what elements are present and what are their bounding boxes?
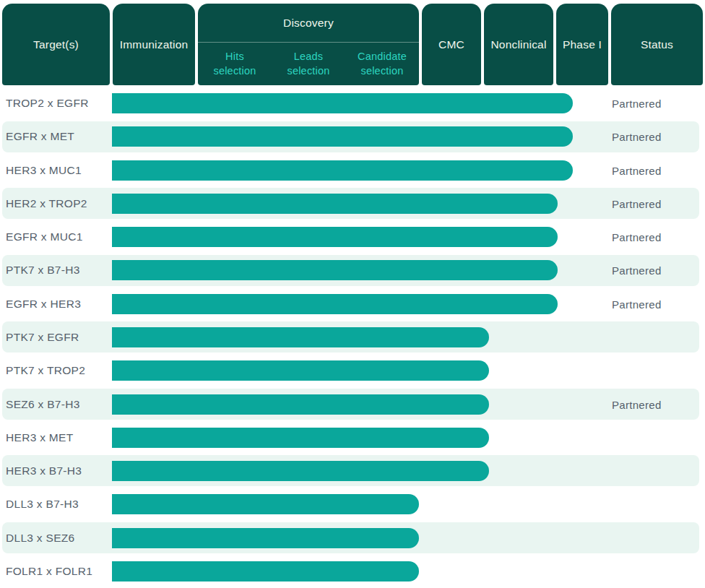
pipeline-row: PTK7 x EGFR xyxy=(0,321,705,354)
progress-bar xyxy=(112,561,419,581)
pipeline-row: DLL3 x B7-H3 xyxy=(0,488,705,521)
status-label: Partnered xyxy=(612,197,662,209)
column-header-status-label: Status xyxy=(641,38,673,51)
column-header-discovery: Discovery Hits selection Leads selection… xyxy=(198,4,419,85)
pipeline-row: EGFR x HER3 Partnered xyxy=(0,287,705,321)
progress-bar xyxy=(112,327,489,347)
target-label: HER3 x MUC1 xyxy=(6,164,82,177)
column-header-leads-selection: Leads selection xyxy=(272,50,345,78)
progress-bar xyxy=(112,494,419,514)
column-header-cmc: CMC xyxy=(422,4,481,85)
target-label: PTK7 x TROP2 xyxy=(6,364,85,377)
progress-bar xyxy=(112,461,489,481)
table-body: TROP2 x EGFR Partnered EGFR x MET Partne… xyxy=(0,87,705,588)
target-label: EGFR x MUC1 xyxy=(6,230,83,243)
progress-bar xyxy=(112,360,489,381)
target-label: SEZ6 x B7-H3 xyxy=(6,398,80,411)
target-label: PTK7 x EGFR xyxy=(6,331,79,344)
column-header-immunization: Immunization xyxy=(113,4,195,85)
pipeline-row: SEZ6 x B7-H3 Partnered xyxy=(0,387,705,420)
status-label: Partnered xyxy=(612,131,662,143)
pipeline-chart: Target(s) Immunization Discovery Hits se… xyxy=(0,4,705,588)
progress-bar xyxy=(112,528,419,548)
pipeline-row: HER3 x MET xyxy=(0,421,705,454)
target-label: EGFR x MET xyxy=(6,130,74,143)
target-label: DLL3 x B7-H3 xyxy=(6,498,79,511)
target-label: FOLR1 x FOLR1 xyxy=(6,565,92,578)
pipeline-row: HER2 x TROP2 Partnered xyxy=(0,187,705,220)
column-header-candidate-selection: Candidate selection xyxy=(345,50,419,78)
pipeline-row: PTK7 x TROP2 xyxy=(0,354,705,387)
column-header-phase1-label: Phase I xyxy=(563,38,602,51)
column-header-targets: Target(s) xyxy=(2,4,110,85)
progress-bar xyxy=(112,93,573,113)
column-header-phase1: Phase I xyxy=(556,4,608,85)
pipeline-row: TROP2 x EGFR Partnered xyxy=(0,87,705,120)
discovery-subcolumns: Hits selection Leads selection Candidate… xyxy=(198,43,419,85)
status-label: Partnered xyxy=(612,298,662,310)
progress-bar xyxy=(112,428,489,448)
target-label: DLL3 x SEZ6 xyxy=(6,532,74,545)
pipeline-row: EGFR x MUC1 Partnered xyxy=(0,220,705,254)
column-header-nonclinical-label: Nonclinical xyxy=(490,38,546,51)
column-header-immunization-label: Immunization xyxy=(120,38,189,51)
progress-bar xyxy=(112,160,573,181)
pipeline-row: HER3 x MUC1 Partnered xyxy=(0,154,705,187)
status-label: Partnered xyxy=(612,264,662,277)
target-label: HER3 x MET xyxy=(6,431,73,444)
target-label: HER2 x TROP2 xyxy=(6,197,87,210)
status-label: Partnered xyxy=(612,98,662,110)
column-header-status: Status xyxy=(611,4,703,85)
progress-bar xyxy=(112,126,573,147)
pipeline-row: EGFR x MET Partnered xyxy=(0,120,705,153)
target-label: PTK7 x B7-H3 xyxy=(6,264,80,277)
progress-bar xyxy=(112,194,558,214)
progress-bar xyxy=(112,227,558,247)
status-label: Partnered xyxy=(612,164,662,176)
status-label: Partnered xyxy=(612,231,662,243)
pipeline-row: FOLR1 x FOLR1 xyxy=(0,555,705,588)
column-header-nonclinical: Nonclinical xyxy=(484,4,553,85)
status-label: Partnered xyxy=(612,398,662,410)
target-label: TROP2 x EGFR xyxy=(6,97,89,110)
progress-bar xyxy=(112,394,489,415)
column-header-hits-selection: Hits selection xyxy=(198,50,272,78)
pipeline-row: DLL3 x SEZ6 xyxy=(0,521,705,554)
column-header-targets-label: Target(s) xyxy=(33,38,79,51)
pipeline-row: PTK7 x B7-H3 Partnered xyxy=(0,254,705,287)
pipeline-row: HER3 x B7-H3 xyxy=(0,454,705,488)
table-header: Target(s) Immunization Discovery Hits se… xyxy=(2,4,705,85)
progress-bar xyxy=(112,260,558,280)
target-label: HER3 x B7-H3 xyxy=(6,464,82,477)
column-header-cmc-label: CMC xyxy=(438,38,464,51)
progress-bar xyxy=(112,294,558,314)
target-label: EGFR x HER3 xyxy=(6,298,81,311)
discovery-title: Discovery xyxy=(198,4,419,42)
